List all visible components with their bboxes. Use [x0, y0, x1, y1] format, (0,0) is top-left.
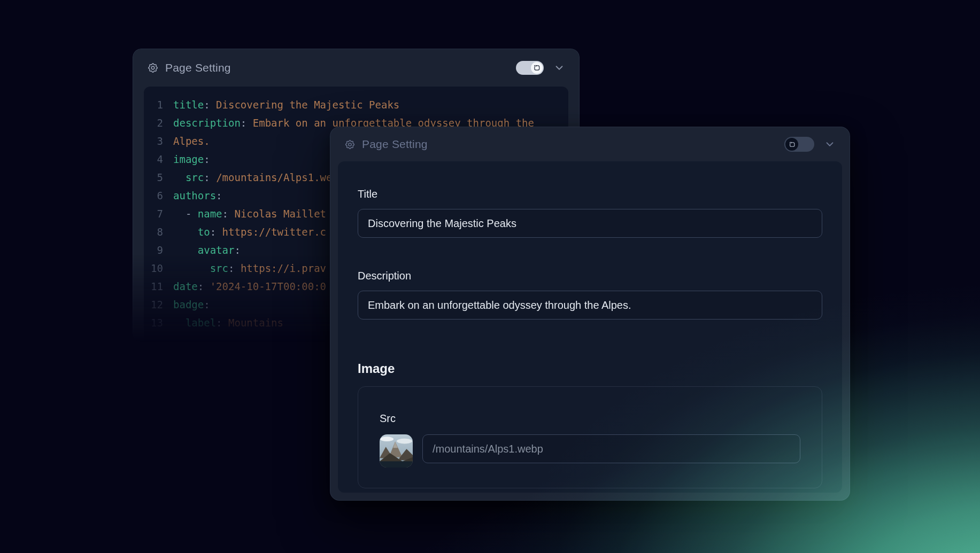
title-input[interactable]: [358, 209, 822, 238]
gear-icon: [344, 139, 356, 150]
form-panel-header: Page Setting: [330, 127, 850, 161]
description-input[interactable]: [358, 291, 822, 320]
chevron-down-icon[interactable]: [824, 138, 836, 150]
image-section-heading: Image: [358, 361, 822, 376]
src-field-label: Src: [380, 412, 800, 425]
form-body: Title Description Image Src: [338, 161, 842, 493]
code-line: 1title: Discovering the Majestic Peaks: [144, 96, 568, 114]
image-thumbnail[interactable]: [380, 434, 413, 468]
page-setting-form-panel: Page Setting Title De: [330, 127, 850, 501]
chevron-down-icon[interactable]: [553, 62, 565, 74]
page-background: Page Setting 1title: Discovering the Maj…: [0, 0, 980, 553]
gear-icon: [147, 62, 159, 74]
image-src-input[interactable]: [422, 434, 800, 463]
description-field-label: Description: [358, 270, 822, 282]
source-code-icon: [531, 62, 543, 74]
code-panel-title: Page Setting: [165, 61, 231, 74]
code-panel-header: Page Setting: [133, 49, 579, 87]
form-panel-title: Page Setting: [362, 138, 428, 151]
source-code-icon: [785, 138, 798, 151]
code-view-toggle[interactable]: [784, 137, 814, 152]
title-field-label: Title: [358, 188, 822, 200]
code-view-toggle[interactable]: [516, 61, 544, 75]
image-settings-card: Src: [358, 386, 822, 488]
